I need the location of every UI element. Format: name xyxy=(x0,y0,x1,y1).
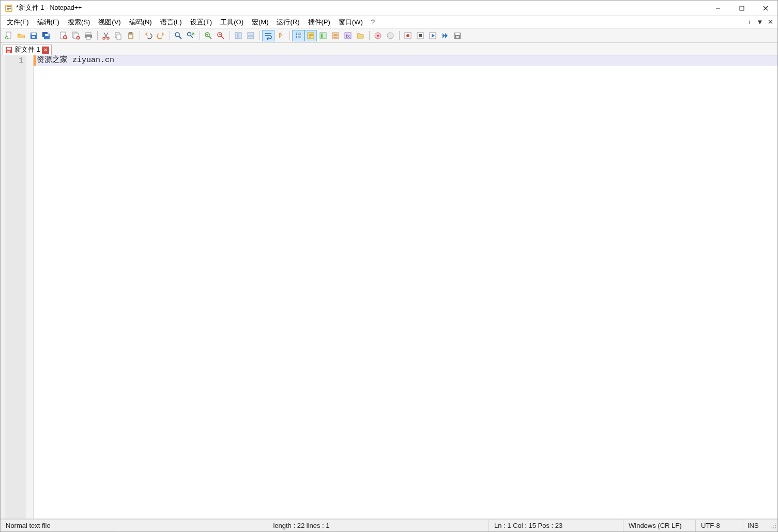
svg-rect-2 xyxy=(740,6,744,10)
svg-rect-50 xyxy=(456,36,459,38)
new-file-button[interactable] xyxy=(3,30,15,41)
close-all-button[interactable] xyxy=(70,30,82,41)
svg-rect-7 xyxy=(32,36,35,38)
replace-button[interactable] xyxy=(185,30,197,41)
svg-point-59 xyxy=(775,523,776,524)
doc-map-button[interactable] xyxy=(317,30,329,41)
monitoring-button[interactable] xyxy=(372,30,384,41)
record-macro-button[interactable] xyxy=(402,30,414,41)
minimize-button[interactable] xyxy=(706,1,730,16)
svg-point-27 xyxy=(188,32,191,36)
tab-file-1[interactable]: 新文件 1 ✕ xyxy=(3,44,52,55)
status-filetype: Normal text file xyxy=(1,520,114,531)
svg-rect-53 xyxy=(7,51,10,53)
undo-button[interactable] xyxy=(142,30,155,41)
svg-point-20 xyxy=(107,37,109,39)
menubar-add-button[interactable]: + xyxy=(744,18,755,26)
menu-plugins[interactable]: 插件(P) xyxy=(304,17,334,28)
svg-point-56 xyxy=(775,525,776,526)
sync-vscroll-button[interactable] xyxy=(232,30,245,41)
status-eol[interactable]: Windows (CR LF) xyxy=(623,520,696,531)
find-button[interactable] xyxy=(172,30,185,41)
svg-rect-18 xyxy=(86,37,90,39)
text-editor[interactable]: 资源之家 ziyuan.cn xyxy=(36,55,777,519)
status-insert-mode[interactable]: INS xyxy=(742,520,768,531)
resize-grip-icon[interactable] xyxy=(768,522,777,530)
svg-rect-22 xyxy=(117,34,121,39)
menu-settings[interactable]: 设置(T) xyxy=(186,17,217,28)
paste-button[interactable] xyxy=(125,30,137,41)
user-lang-button[interactable] xyxy=(304,30,317,41)
play-macro-button[interactable] xyxy=(426,30,439,41)
status-encoding[interactable]: UTF-8 xyxy=(696,520,742,531)
copy-button[interactable] xyxy=(112,30,125,41)
editor-line[interactable]: 资源之家 ziyuan.cn xyxy=(36,55,777,66)
svg-rect-36 xyxy=(321,34,323,38)
menu-run[interactable]: 运行(R) xyxy=(272,17,303,28)
zoom-out-button[interactable] xyxy=(215,30,227,41)
save-all-button[interactable] xyxy=(40,30,52,41)
maximize-button[interactable] xyxy=(730,1,754,16)
svg-point-55 xyxy=(773,527,774,528)
line-number-gutter[interactable]: 1 xyxy=(5,55,26,519)
svg-rect-49 xyxy=(455,33,460,35)
play-macro-multi-button[interactable] xyxy=(439,30,451,41)
toolbar: fx xyxy=(1,28,777,43)
svg-rect-46 xyxy=(419,34,422,37)
folder-workspace-button[interactable] xyxy=(354,30,367,41)
svg-point-58 xyxy=(773,525,774,526)
tab-label: 新文件 1 xyxy=(14,45,40,54)
save-macro-button[interactable] xyxy=(451,30,464,41)
save-button[interactable] xyxy=(27,30,40,41)
svg-text:fx: fx xyxy=(346,34,350,39)
menu-file[interactable]: 文件(F) xyxy=(3,17,33,28)
svg-point-19 xyxy=(103,37,105,39)
close-file-button[interactable] xyxy=(57,30,70,41)
menu-encoding[interactable]: 编码(N) xyxy=(125,17,156,28)
svg-point-54 xyxy=(775,527,776,528)
zoom-in-button[interactable] xyxy=(202,30,215,41)
menu-macro[interactable]: 宏(M) xyxy=(248,17,273,28)
sync-hscroll-button[interactable] xyxy=(245,30,257,41)
svg-rect-10 xyxy=(45,34,49,36)
redo-button[interactable] xyxy=(155,30,167,41)
editor-area: 1 资源之家 ziyuan.cn xyxy=(1,55,777,519)
save-unsaved-icon xyxy=(5,47,12,54)
cut-button[interactable] xyxy=(100,30,112,41)
function-list-button[interactable]: fx xyxy=(342,30,354,41)
close-button[interactable] xyxy=(754,1,777,16)
stop-macro-button[interactable] xyxy=(414,30,426,41)
menu-view[interactable]: 视图(V) xyxy=(94,17,125,28)
menu-help[interactable]: ? xyxy=(367,17,379,27)
show-all-chars-button[interactable] xyxy=(274,30,287,41)
menubar-close-button[interactable]: ✕ xyxy=(765,18,775,26)
window-title: *新文件 1 - Notepad++ xyxy=(16,4,706,12)
svg-rect-30 xyxy=(235,33,238,39)
menubar: 文件(F) 编辑(E) 搜索(S) 视图(V) 编码(N) 语言(L) 设置(T… xyxy=(1,16,777,28)
menubar-dropdown-button[interactable]: ▼ xyxy=(755,18,765,26)
indent-guide-button[interactable] xyxy=(292,30,304,41)
tab-close-button[interactable]: ✕ xyxy=(42,47,49,54)
svg-point-26 xyxy=(175,33,179,37)
print-button[interactable] xyxy=(82,30,95,41)
svg-rect-32 xyxy=(248,33,254,35)
menu-search[interactable]: 搜索(S) xyxy=(64,17,94,28)
doc-list-button[interactable] xyxy=(329,30,342,41)
menu-tools[interactable]: 工具(O) xyxy=(216,17,248,28)
word-wrap-button[interactable] xyxy=(262,30,274,41)
app-icon xyxy=(5,4,13,12)
svg-rect-33 xyxy=(248,36,254,39)
editor-margin xyxy=(1,55,5,519)
menu-window[interactable]: 窗口(W) xyxy=(334,17,367,28)
svg-rect-52 xyxy=(7,48,11,50)
open-file-button[interactable] xyxy=(15,30,27,41)
svg-point-44 xyxy=(406,34,409,37)
menu-language[interactable]: 语言(L) xyxy=(156,17,186,28)
menu-edit[interactable]: 编辑(E) xyxy=(33,17,64,28)
svg-point-41 xyxy=(377,35,379,37)
app-window: *新文件 1 - Notepad++ 文件(F) 编辑(E) 搜索(S) 视图(… xyxy=(0,0,778,532)
fold-gutter[interactable] xyxy=(26,55,34,519)
monitoring-off-button[interactable] xyxy=(384,30,396,41)
svg-point-57 xyxy=(771,527,772,528)
titlebar[interactable]: *新文件 1 - Notepad++ xyxy=(1,1,777,16)
